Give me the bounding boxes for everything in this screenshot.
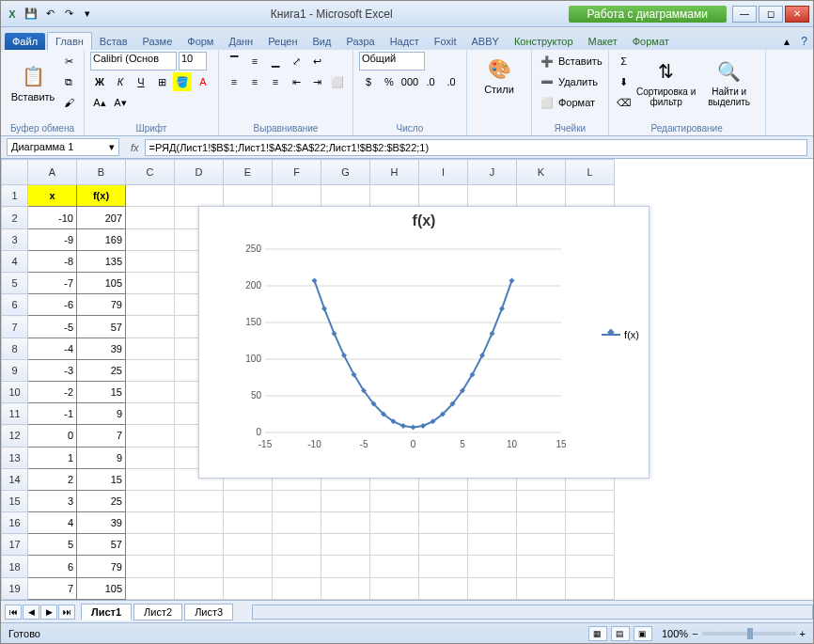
cell[interactable] <box>126 534 175 556</box>
tab-developer[interactable]: Разра <box>338 33 382 50</box>
cell[interactable]: -9 <box>28 228 77 250</box>
cell[interactable] <box>419 534 468 556</box>
cell[interactable]: 7 <box>77 425 126 447</box>
number-format-combo[interactable]: Общий <box>359 52 425 71</box>
col-header[interactable]: A <box>28 160 77 185</box>
formula-input[interactable]: =РЯД(Лист1!$B$1;Лист1!$A$2:$A$22;Лист1!$… <box>145 139 807 156</box>
align-center-button[interactable]: ≡ <box>245 72 264 91</box>
percent-button[interactable]: % <box>380 72 399 91</box>
cell[interactable] <box>370 490 419 511</box>
cell[interactable]: -10 <box>28 207 77 228</box>
cell[interactable] <box>468 534 517 556</box>
cell[interactable] <box>468 512 517 534</box>
cell[interactable] <box>126 447 175 468</box>
cell[interactable]: 135 <box>77 250 126 272</box>
normal-view-icon[interactable]: ▦ <box>588 626 607 641</box>
cell[interactable] <box>224 534 273 556</box>
row-header[interactable]: 8 <box>2 338 28 359</box>
decrease-font-button[interactable]: A▾ <box>111 93 130 112</box>
cell[interactable] <box>419 577 468 599</box>
cell[interactable] <box>126 359 175 381</box>
cell[interactable] <box>126 185 175 207</box>
cell[interactable]: 39 <box>77 338 126 359</box>
cell[interactable] <box>126 490 175 511</box>
row-header[interactable]: 10 <box>2 381 28 402</box>
page-break-view-icon[interactable]: ▣ <box>634 626 652 641</box>
col-header[interactable]: E <box>224 160 273 185</box>
cell[interactable] <box>566 490 615 511</box>
cell[interactable] <box>517 185 566 207</box>
cell[interactable] <box>468 490 517 511</box>
chart-plot-area[interactable]: 050100150200250-15-10-5051015 <box>227 244 566 451</box>
cell[interactable] <box>321 512 370 534</box>
worksheet-area[interactable]: ABCDEFGHIJKL1xf(x)2-102073-91694-81355-7… <box>1 159 813 600</box>
cell[interactable]: x <box>28 185 77 207</box>
find-select-button[interactable]: 🔍 Найти и выделить <box>699 52 759 112</box>
comma-button[interactable]: 000 <box>400 72 419 91</box>
cell[interactable] <box>224 577 273 599</box>
cell[interactable] <box>321 185 370 207</box>
cell[interactable]: 15 <box>77 381 126 402</box>
row-header[interactable]: 5 <box>2 273 28 294</box>
cell[interactable]: 39 <box>77 512 126 534</box>
orientation-button[interactable]: ⤢ <box>287 52 305 71</box>
chart-title[interactable]: f(x) <box>199 207 649 235</box>
row-header[interactable]: 17 <box>2 534 28 556</box>
zoom-in-button[interactable]: + <box>800 628 806 639</box>
cell[interactable] <box>370 185 419 207</box>
cell[interactable]: -7 <box>28 273 77 294</box>
autosum-icon[interactable]: Σ <box>615 52 634 71</box>
row-header[interactable]: 9 <box>2 359 28 381</box>
cell[interactable] <box>517 490 566 511</box>
format-cells-button[interactable]: Формат <box>558 97 595 108</box>
font-size-combo[interactable]: 10 <box>179 52 207 71</box>
cell[interactable] <box>566 556 615 577</box>
border-button[interactable]: ⊞ <box>152 72 171 91</box>
qat-more-icon[interactable]: ▾ <box>80 7 95 22</box>
cell[interactable] <box>273 556 321 577</box>
cell[interactable]: -4 <box>28 338 77 359</box>
copy-icon[interactable]: ⧉ <box>59 72 78 91</box>
tab-insert[interactable]: Встав <box>92 33 135 50</box>
horizontal-scrollbar[interactable] <box>252 605 813 620</box>
cell[interactable]: 0 <box>28 425 77 447</box>
row-header[interactable]: 14 <box>2 468 28 490</box>
cell[interactable]: 105 <box>77 577 126 599</box>
cell[interactable] <box>126 273 175 294</box>
tab-chart-design[interactable]: Конструктор <box>507 33 581 50</box>
cell[interactable]: -5 <box>28 316 77 338</box>
cell[interactable] <box>321 577 370 599</box>
minimize-ribbon-icon[interactable]: ▴ <box>778 33 795 50</box>
cell[interactable] <box>175 185 224 207</box>
wrap-text-button[interactable]: ↩ <box>307 52 326 71</box>
cell[interactable] <box>321 534 370 556</box>
cell[interactable] <box>566 512 615 534</box>
cell[interactable]: -8 <box>28 250 77 272</box>
fill-color-button[interactable]: 🪣 <box>173 72 192 91</box>
col-header[interactable]: H <box>370 160 419 185</box>
tab-foxit[interactable]: Foxit <box>427 33 464 50</box>
sheet-nav-prev-icon[interactable]: ◀ <box>23 605 39 620</box>
cell[interactable]: 57 <box>77 534 126 556</box>
cell[interactable] <box>126 425 175 447</box>
cell[interactable] <box>126 316 175 338</box>
cell[interactable] <box>126 403 175 425</box>
zoom-slider[interactable] <box>702 632 796 636</box>
col-header[interactable]: C <box>126 160 175 185</box>
row-header[interactable]: 15 <box>2 490 28 511</box>
help-icon[interactable]: ? <box>795 33 813 50</box>
paste-button[interactable]: 📋 Вставить <box>7 52 59 112</box>
cell[interactable] <box>419 490 468 511</box>
cell[interactable]: 79 <box>77 556 126 577</box>
undo-icon[interactable]: ↶ <box>42 7 57 22</box>
cell[interactable] <box>126 556 175 577</box>
cell[interactable] <box>126 294 175 316</box>
cell[interactable]: 169 <box>77 228 126 250</box>
cell[interactable] <box>517 577 566 599</box>
tab-home[interactable]: Главн <box>47 32 92 50</box>
sheet-nav-first-icon[interactable]: ⏮ <box>5 605 22 620</box>
cell[interactable] <box>175 512 224 534</box>
clear-icon[interactable]: ⌫ <box>615 93 634 112</box>
increase-decimal-button[interactable]: .0 <box>421 72 440 91</box>
row-header[interactable]: 18 <box>2 556 28 577</box>
